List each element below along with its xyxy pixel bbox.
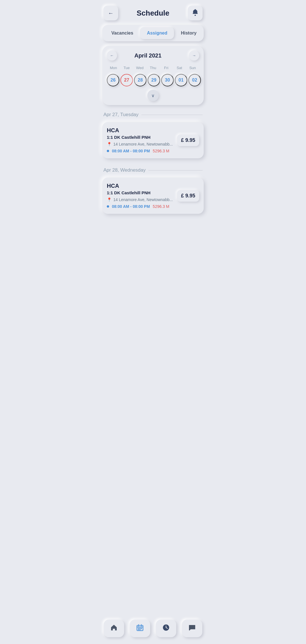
weekdays-row: Mon Tue Wed Thu Fri Sat Sun [107, 65, 199, 71]
time-text-2: 08:00 AM - 08:00 PM [112, 204, 150, 209]
back-icon: ← [108, 10, 114, 16]
nav-calendar-button[interactable] [130, 620, 150, 637]
card-time-2: 08:00 AM - 08:00 PM 5296.3 M [107, 204, 174, 209]
tabs-container: Vacancies Assigned History [102, 25, 204, 41]
calendar-month: April 2021 [109, 52, 187, 59]
calendar-expand-area: ∨ [107, 86, 199, 105]
card-content-2: HCA 1:1 DK Castlehill PNH 📍 14 Lenamore … [107, 183, 174, 209]
card-subtitle-2: 1:1 DK Castlehill PNH [107, 190, 174, 195]
calendar-next-button[interactable]: → [189, 50, 199, 61]
weekday-thu: Thu [146, 65, 160, 71]
card-address-2: 📍 14 Lenamore Ave, Newtownabb... [107, 197, 174, 202]
cal-day-30[interactable]: 30 [161, 74, 174, 86]
pin-icon-1: 📍 [107, 142, 112, 146]
svg-rect-8 [138, 629, 139, 630]
bell-icon [192, 9, 198, 17]
distance-text-1: 5296.3 M [153, 149, 169, 153]
calendar-container: ← April 2021 → Mon Tue Wed Thu Fri Sat S… [102, 46, 204, 105]
card-time-1: 08:00 AM - 08:00 PM 5296.3 M [107, 149, 174, 153]
price-badge-1: £ 9.95 [177, 135, 199, 146]
calendar-days: 26 27 28 29 30 01 02 [107, 74, 199, 86]
card-subtitle-1: 1:1 DK Castlehill PNH [107, 135, 174, 140]
clock-icon [162, 624, 170, 633]
pin-icon-2: 📍 [107, 197, 112, 202]
notification-button[interactable] [188, 6, 203, 20]
time-dot-1 [107, 150, 109, 152]
weekday-tue: Tue [120, 65, 133, 71]
calendar-header: ← April 2021 → [107, 50, 199, 61]
svg-rect-6 [139, 628, 141, 629]
nav-chat-button[interactable] [182, 620, 202, 637]
weekday-wed: Wed [133, 65, 146, 71]
weekday-sat: Sat [173, 65, 186, 71]
cal-day-26[interactable]: 26 [107, 74, 119, 86]
weekday-sun: Sun [186, 65, 199, 71]
back-button[interactable]: ← [103, 6, 118, 20]
chat-icon [188, 624, 196, 633]
date-section-2: Apr 28, Wednesday [98, 163, 208, 175]
home-icon [110, 624, 118, 633]
cal-day-28[interactable]: 28 [134, 74, 146, 86]
phone-container: ← Schedule Vacancies Assigned History ← … [98, 0, 208, 247]
time-dot-2 [107, 205, 109, 208]
cal-day-29[interactable]: 29 [148, 74, 160, 86]
chevron-right-icon: → [192, 53, 196, 58]
calendar-icon [136, 624, 144, 633]
date-label-1: Apr 27, Tuesday [103, 112, 203, 118]
svg-rect-5 [138, 628, 139, 629]
nav-clock-button[interactable] [156, 620, 176, 637]
bottom-nav [98, 616, 208, 644]
svg-point-0 [195, 15, 196, 16]
cal-day-27[interactable]: 27 [120, 74, 133, 86]
card-address-1: 📍 14 Lenamore Ave, Newtownabb... [107, 142, 174, 146]
address-text-2: 14 Lenamore Ave, Newtownabb... [113, 197, 173, 202]
weekday-mon: Mon [107, 65, 120, 71]
cal-day-02[interactable]: 02 [188, 74, 201, 86]
calendar-expand-button[interactable]: ∨ [147, 90, 159, 101]
tab-assigned[interactable]: Assigned [140, 27, 174, 39]
chevron-down-icon: ∨ [151, 93, 155, 98]
distance-text-2: 5296.3 M [153, 204, 169, 209]
date-section-1: Apr 27, Tuesday [98, 107, 208, 120]
card-title-2: HCA [107, 183, 174, 189]
price-badge-2: £ 9.95 [177, 190, 199, 202]
svg-rect-7 [141, 628, 142, 629]
schedule-card-1[interactable]: HCA 1:1 DK Castlehill PNH 📍 14 Lenamore … [102, 122, 204, 158]
header: ← Schedule [98, 0, 208, 25]
date-label-2: Apr 28, Wednesday [103, 167, 203, 173]
page-title: Schedule [137, 9, 169, 18]
cal-day-01[interactable]: 01 [175, 74, 187, 86]
schedule-card-2[interactable]: HCA 1:1 DK Castlehill PNH 📍 14 Lenamore … [102, 178, 204, 214]
time-text-1: 08:00 AM - 08:00 PM [112, 149, 150, 153]
tab-vacancies[interactable]: Vacancies [105, 27, 140, 39]
svg-rect-9 [139, 629, 141, 630]
weekday-fri: Fri [160, 65, 173, 71]
nav-home-button[interactable] [104, 620, 124, 637]
card-content-1: HCA 1:1 DK Castlehill PNH 📍 14 Lenamore … [107, 127, 174, 153]
tab-history[interactable]: History [174, 27, 203, 39]
card-title-1: HCA [107, 127, 174, 134]
address-text-1: 14 Lenamore Ave, Newtownabb... [113, 142, 173, 146]
